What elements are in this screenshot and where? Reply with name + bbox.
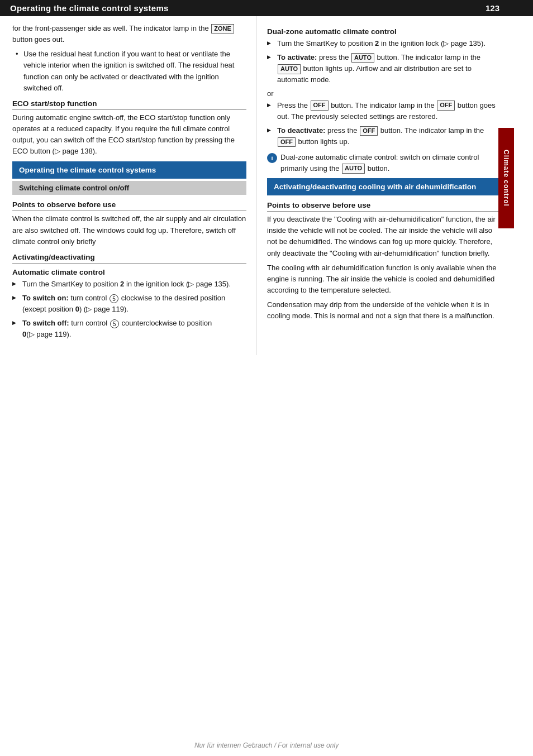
dual-list-2: Press the OFF button. The indicator lamp… (267, 100, 502, 148)
auto-list: Turn the SmartKey to position 2 in the i… (12, 279, 246, 341)
intro-text-2: button goes out. (12, 35, 64, 44)
dual-list: Turn the SmartKey to position 2 in the i… (267, 38, 502, 86)
footer-text: Nur für internen Gebrauch / For internal… (194, 741, 339, 749)
eco-heading: ECO start/stop function (12, 99, 246, 110)
page-footer: Nur für internen Gebrauch / For internal… (0, 741, 533, 749)
auto-subheading: Automatic climate control (12, 268, 246, 276)
off-btn-inline-4: OFF (278, 137, 296, 147)
points-para: When the climate control is switched off… (12, 213, 246, 247)
points-heading: Points to observe before use (12, 200, 246, 211)
info-block: i Dual-zone automatic climate control: s… (267, 152, 502, 174)
header-title-bar: Operating the climate control systems 12… (0, 0, 533, 16)
residual-list-item: Use the residual heat function if you wa… (12, 49, 246, 94)
control-circle-5b: 5 (110, 319, 119, 328)
left-column: for the front-passenger side as well. Th… (0, 16, 257, 355)
dual-list-2-item-2: To deactivate: press the OFF button. The… (267, 125, 502, 147)
section-heading-switching: Switching climate control on/off (12, 181, 246, 195)
content-area: for the front-passenger side as well. Th… (0, 16, 533, 355)
auto-list-item-2: To switch on: turn control 5 clockwise t… (12, 293, 246, 315)
dual-list-item-2: To activate: press the AUTO button. The … (267, 52, 502, 85)
eco-para: During automatic engine switch-off, the … (12, 112, 246, 157)
right-column: Dual-zone automatic climate control Turn… (257, 16, 514, 355)
dual-zone-heading: Dual-zone automatic climate control (267, 27, 502, 36)
auto-btn-inline-1: AUTO (351, 53, 374, 63)
auto-btn-inline-3: AUTO (342, 164, 365, 173)
auto-btn-inline-2: AUTO (278, 64, 301, 74)
page-number: 123 (486, 3, 499, 13)
section-heading-operating-text: Operating the climate control systems (19, 166, 156, 174)
points2-heading: Points to observe before use (267, 201, 502, 212)
points2-para3: Condensation may drip from the underside… (267, 299, 502, 322)
or-divider: or (267, 89, 502, 98)
residual-list: Use the residual heat function if you wa… (12, 49, 246, 94)
section-heading-switching-text: Switching climate control on/off (19, 184, 129, 192)
dual-list-2-item-1: Press the OFF button. The indicator lamp… (267, 100, 502, 122)
section-heading-cooling-text: Activating/deactivating cooling with air… (274, 183, 476, 191)
activating-heading: Activating/deactivating (12, 253, 246, 264)
zone-button-inline: ZONE (211, 24, 234, 34)
control-circle-5a: 5 (110, 294, 118, 303)
page-container: Operating the climate control systems 12… (0, 0, 533, 756)
info-icon: i (267, 153, 277, 163)
off-btn-inline-2: OFF (437, 101, 455, 110)
dual-list-item-1: Turn the SmartKey to position 2 in the i… (267, 38, 502, 49)
auto-list-item-1: Turn the SmartKey to position 2 in the i… (12, 279, 246, 290)
page-title: Operating the climate control systems (10, 3, 169, 13)
points2-para1: If you deactivate the "Cooling with air-… (267, 214, 502, 259)
off-btn-inline-3: OFF (360, 126, 378, 136)
side-tab: Climate control (498, 128, 514, 228)
off-btn-inline-1: OFF (311, 101, 329, 110)
intro-text-1: for the front-passenger side as well. Th… (12, 24, 209, 32)
intro-para: for the front-passenger side as well. Th… (12, 23, 246, 45)
info-text: Dual-zone automatic climate control: swi… (280, 152, 502, 174)
section-heading-operating: Operating the climate control systems (12, 161, 246, 179)
points2-para2: The cooling with air dehumidification fu… (267, 262, 502, 296)
auto-list-item-3: To switch off: turn control 5 counterclo… (12, 318, 246, 340)
section-heading-cooling: Activating/deactivating cooling with air… (267, 178, 502, 195)
side-tab-label: Climate control (502, 150, 510, 207)
